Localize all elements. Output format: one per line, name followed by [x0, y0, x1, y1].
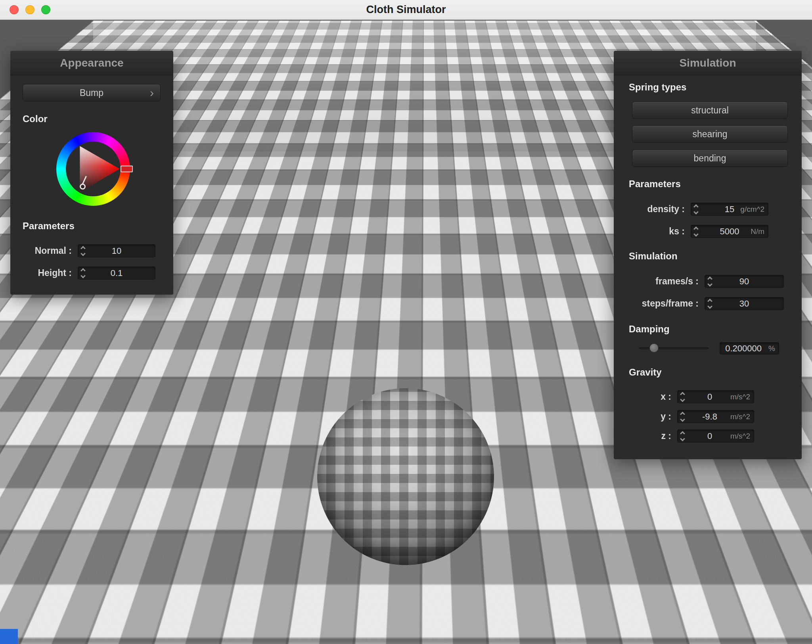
- simulation-panel-title: Simulation: [614, 51, 802, 75]
- stepper-icon[interactable]: [681, 432, 684, 441]
- color-section-label: Color: [23, 113, 48, 125]
- bending-spring-button[interactable]: bending: [632, 150, 788, 167]
- damping-field[interactable]: 0.200000 %: [720, 342, 779, 355]
- damping-unit: %: [768, 344, 775, 353]
- appearance-parameters-label: Parameters: [23, 220, 75, 232]
- gravity-label: Gravity: [629, 367, 662, 378]
- shearing-spring-button[interactable]: shearing: [632, 125, 788, 143]
- fps-value: 90: [709, 276, 780, 287]
- color-wheel[interactable]: [56, 132, 130, 206]
- simulation-parameters-label: Parameters: [629, 178, 681, 190]
- steps-field[interactable]: 30: [705, 297, 784, 310]
- hue-marker[interactable]: [121, 166, 133, 172]
- structural-spring-button[interactable]: structural: [632, 102, 788, 119]
- ks-unit: N/m: [751, 227, 764, 236]
- color-picker-handle[interactable]: [80, 184, 86, 190]
- appearance-panel-title: Appearance: [10, 51, 173, 75]
- normal-value: 10: [82, 246, 151, 256]
- bump-button[interactable]: Bump ›: [23, 84, 161, 102]
- sphere-mesh: [317, 388, 494, 565]
- gravity-x-unit: m/s^2: [730, 393, 750, 401]
- gravity-z-row: z : 0 m/s^2: [614, 429, 802, 443]
- stepper-icon[interactable]: [681, 412, 684, 421]
- bottom-left-blue-badge: [0, 629, 18, 644]
- gravity-z-unit: m/s^2: [730, 432, 750, 441]
- damping-label: Damping: [629, 324, 670, 335]
- height-field[interactable]: 0.1: [78, 266, 155, 280]
- stepper-icon[interactable]: [681, 393, 684, 401]
- gravity-x-label: x :: [661, 391, 677, 402]
- normal-row: Normal : 10: [10, 244, 173, 257]
- gravity-x-row: x : 0 m/s^2: [614, 390, 802, 403]
- density-row: density : 15 g/cm^2: [614, 203, 802, 216]
- height-row: Height : 0.1: [10, 266, 173, 280]
- height-value: 0.1: [82, 268, 151, 278]
- density-unit: g/cm^2: [740, 205, 764, 214]
- stepper-icon[interactable]: [81, 247, 85, 255]
- gravity-y-label: y :: [661, 411, 677, 422]
- viewport-3d[interactable]: Appearance Bump › Color Parameters Norma…: [0, 20, 812, 644]
- gravity-z-field[interactable]: 0 m/s^2: [677, 429, 754, 443]
- appearance-panel: Appearance Bump › Color Parameters Norma…: [10, 51, 173, 295]
- density-field[interactable]: 15 g/cm^2: [691, 203, 768, 216]
- gravity-y-field[interactable]: -9.8 m/s^2: [677, 410, 754, 423]
- window-title: Cloth Simulator: [0, 4, 812, 16]
- gravity-x-field[interactable]: 0 m/s^2: [677, 390, 754, 403]
- normal-field[interactable]: 10: [78, 244, 155, 257]
- steps-value: 30: [709, 299, 780, 309]
- fps-field[interactable]: 90: [705, 275, 784, 288]
- titlebar: Cloth Simulator: [0, 0, 812, 20]
- bump-button-label: Bump: [80, 88, 103, 98]
- ks-field[interactable]: 5000 N/m: [691, 225, 768, 238]
- density-label: density :: [647, 204, 691, 215]
- steps-label: steps/frame :: [642, 298, 705, 309]
- height-label: Height :: [38, 268, 78, 278]
- chevron-right-icon: ›: [150, 87, 154, 99]
- simulation-section-label: Simulation: [629, 251, 678, 262]
- damping-slider-knob[interactable]: [649, 343, 659, 353]
- fps-row: frames/s : 90: [614, 275, 802, 288]
- gravity-z-label: z :: [661, 431, 677, 441]
- ks-label: ks :: [669, 226, 691, 237]
- stepper-icon[interactable]: [708, 299, 712, 308]
- spring-types-label: Spring types: [629, 82, 686, 93]
- app-window: Cloth Simulator Appearance Bump › Color: [0, 0, 812, 644]
- stepper-icon[interactable]: [694, 205, 698, 214]
- gravity-y-unit: m/s^2: [730, 412, 750, 421]
- stepper-icon[interactable]: [81, 269, 85, 278]
- damping-value: 0.200000: [725, 343, 762, 354]
- stepper-icon[interactable]: [694, 227, 698, 236]
- gravity-y-row: y : -9.8 m/s^2: [614, 410, 802, 423]
- ks-row: ks : 5000 N/m: [614, 225, 802, 238]
- simulation-panel: Simulation Spring types structural shear…: [614, 51, 802, 459]
- normal-label: Normal :: [35, 245, 78, 256]
- steps-row: steps/frame : 30: [614, 297, 802, 310]
- fps-label: frames/s :: [655, 276, 705, 287]
- stepper-icon[interactable]: [708, 277, 712, 286]
